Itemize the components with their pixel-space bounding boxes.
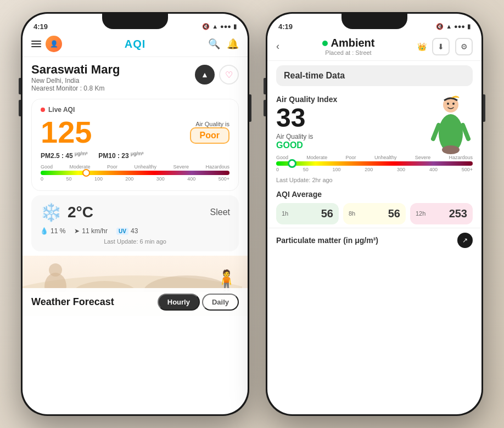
- pm-title: Particulate matter (in μg/m³): [276, 236, 378, 245]
- landscape-svg: [23, 256, 242, 292]
- mute-icon: 🔇: [202, 23, 210, 30]
- aqi-index-label: Air Quality Index: [276, 95, 429, 104]
- power-button[interactable]: [249, 94, 251, 122]
- aqi-bar-labels: Good Moderate Poor Unhealthy Severe Haza…: [41, 164, 229, 170]
- forecast-title: Weather Forecast: [31, 296, 114, 308]
- svg-point-11: [452, 103, 455, 105]
- aqi-value: 125: [41, 117, 92, 148]
- pm10-item: PM10 : 23 μg/m³: [98, 151, 143, 160]
- header-actions: 🔍 🔔: [208, 38, 239, 50]
- right-wifi-icon: ▲: [446, 23, 452, 30]
- notifications-button[interactable]: 🔔: [227, 38, 239, 50]
- pm-row: PM2.5 : 45 μg/m³ PM10 : 23 μg/m³: [41, 151, 229, 160]
- aqi-bar-numbers: 0 50 100 200 300 400 500+: [41, 176, 229, 182]
- right-volume-down-button[interactable]: [264, 100, 266, 116]
- wind-item: ➤ 11 km/hr: [74, 227, 108, 235]
- quality-label: Air Quality is: [276, 133, 429, 140]
- humidity-item: 💧 11 %: [40, 227, 65, 235]
- weather-forecast-bar: Weather Forecast Hourly Daily: [23, 288, 248, 316]
- live-indicator: [41, 108, 45, 112]
- forecast-tabs: Hourly Daily: [158, 294, 239, 311]
- weather-details: 💧 11 % ➤ 11 km/hr UV 43: [40, 227, 230, 235]
- air-quality-box: Air Quality is Poor: [190, 121, 229, 144]
- menu-line-2: [31, 43, 41, 44]
- weather-icon: ❄️: [40, 202, 62, 223]
- aqi-main-row: 125 Air Quality is Poor: [41, 117, 229, 148]
- favorite-button[interactable]: ♡: [219, 65, 239, 85]
- weather-condition: Sleet: [210, 207, 230, 217]
- right-phone: 4:19 🔇 ▲ ●●● ▮ ‹ Ambient: [266, 12, 483, 416]
- aqi-right-left: Air Quality Index 33 Air Quality is GOOD: [276, 95, 429, 150]
- city-name: Saraswati Marg: [31, 63, 120, 77]
- left-notch: [102, 14, 168, 29]
- header-right-icons: 👑 ⬇ ⚙: [417, 38, 473, 55]
- right-volume-up-button[interactable]: [264, 78, 266, 94]
- left-phone-screen: 4:19 🔇 ▲ ●●● ▮: [23, 14, 248, 414]
- settings-button[interactable]: ⚙: [455, 38, 473, 55]
- svg-line-8: [463, 125, 468, 139]
- back-button[interactable]: ‹: [276, 41, 279, 52]
- aqi-average-section: AQI Average 1h 56 8h 56 12h 253: [267, 187, 481, 228]
- hourly-tab[interactable]: Hourly: [158, 294, 200, 311]
- location-section: Saraswati Marg New Delhi, India Nearest …: [23, 57, 248, 97]
- menu-line-3: [31, 46, 41, 47]
- aqi-logo: AQI: [125, 38, 146, 50]
- expand-button[interactable]: ↗: [457, 233, 473, 248]
- air-quality-label: Air Quality is: [190, 121, 229, 127]
- wind-value: 11 km/hr: [82, 227, 108, 235]
- avg-card-12h: 12h 253: [410, 203, 473, 224]
- battery-icon: ▮: [233, 23, 237, 30]
- right-notch: [341, 14, 407, 29]
- quality-value: GOOD: [276, 140, 429, 150]
- avg-cards: 1h 56 8h 56 12h 253: [276, 203, 473, 224]
- device-name: Ambient: [331, 37, 375, 49]
- aqi-card: Live AQI 125 Air Quality is Poor PM2.5 :…: [31, 99, 239, 191]
- online-indicator: [322, 41, 328, 46]
- aqi-big-number: 33: [276, 104, 429, 133]
- bar-numbers-right: 0 50 100 200 300 400 500+: [276, 167, 473, 172]
- avg-value-1h: 56: [321, 207, 333, 220]
- right-battery-icon: ▮: [467, 23, 471, 30]
- pm10-value: 23: [121, 152, 128, 160]
- daily-tab[interactable]: Daily: [202, 294, 239, 311]
- country-name: New Delhi, India: [31, 77, 120, 85]
- uv-value: 43: [131, 227, 138, 235]
- aqi-bar-section: Good Moderate Poor Unhealthy Severe Haza…: [267, 155, 481, 176]
- svg-point-9: [442, 145, 460, 154]
- uv-item: UV 43: [116, 227, 138, 235]
- placed-at-label: Placed at : Street: [325, 49, 371, 56]
- illustration-area: 🧍 Weather Forecast Hourly Daily: [23, 256, 248, 316]
- nearest-monitor: Nearest Monitor : 0.8 Km: [31, 85, 120, 92]
- search-button[interactable]: 🔍: [208, 38, 220, 50]
- aqi-gradient-bar-right: [276, 161, 473, 166]
- left-screen-content: 4:19 🔇 ▲ ●●● ▮: [23, 14, 248, 414]
- navigate-button[interactable]: ▲: [195, 65, 215, 85]
- humidity-value: 11 %: [51, 227, 65, 235]
- weather-left: ❄️ 2°C: [40, 202, 93, 223]
- user-avatar[interactable]: 👤: [46, 36, 62, 52]
- pm25-unit: μg/m³: [75, 151, 87, 156]
- last-update-right: Last Update: 2hr ago: [267, 176, 481, 187]
- svg-point-10: [447, 103, 449, 105]
- hamburger-menu[interactable]: [31, 41, 41, 47]
- left-phone: 4:19 🔇 ▲ ●●● ▮: [21, 12, 249, 416]
- right-time: 4:19: [278, 22, 293, 31]
- ambient-header: ‹ Ambient Placed at : Street 👑 ⬇ ⚙: [267, 33, 481, 61]
- left-status-icons: 🔇 ▲ ●●● ▮: [202, 23, 237, 30]
- avg-period-8h: 8h: [349, 210, 355, 217]
- right-power-button[interactable]: [483, 94, 485, 122]
- location-info: Saraswati Marg New Delhi, India Nearest …: [31, 63, 120, 92]
- avg-value-8h: 56: [388, 207, 400, 220]
- aqi-right-section: Air Quality Index 33 Air Quality is GOOD: [267, 91, 481, 155]
- pm25-value: 45: [65, 152, 72, 160]
- volume-down-button[interactable]: [19, 100, 21, 116]
- right-phone-screen: 4:19 🔇 ▲ ●●● ▮ ‹ Ambient: [267, 14, 481, 414]
- wind-icon: ➤: [74, 227, 80, 235]
- bar-labels-right: Good Moderate Poor Unhealthy Severe Haza…: [276, 155, 473, 160]
- volume-up-button[interactable]: [19, 78, 21, 94]
- menu-line-1: [31, 41, 41, 42]
- avg-card-8h: 8h 56: [343, 203, 406, 224]
- avg-card-1h: 1h 56: [276, 203, 339, 224]
- svg-line-7: [433, 125, 439, 139]
- download-button[interactable]: ⬇: [432, 38, 450, 55]
